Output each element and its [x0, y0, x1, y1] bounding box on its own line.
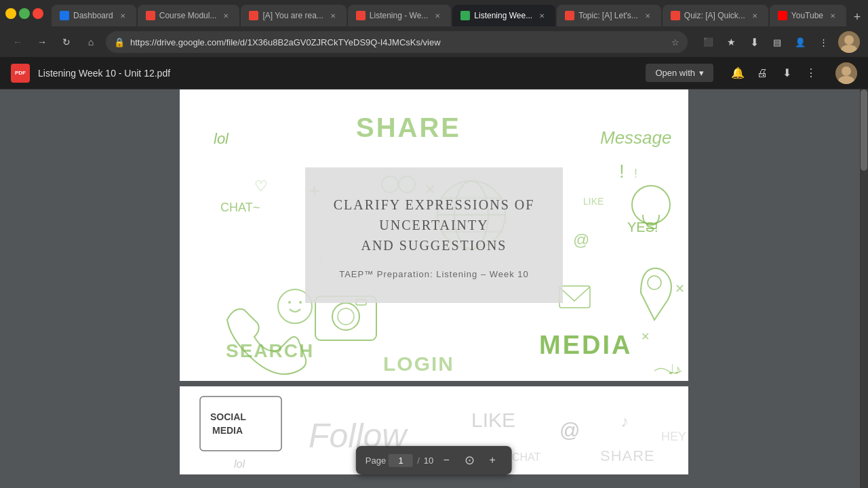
tab-favicon [356, 11, 366, 20]
youtube-favicon [778, 11, 787, 20]
download-drive-icon[interactable]: ⬇ [776, 62, 797, 84]
svg-text:MEDIA: MEDIA [212, 425, 243, 436]
svg-text:MEDIA: MEDIA [539, 331, 632, 359]
tab-topic[interactable]: Topic: [A] Let's... ✕ [557, 5, 661, 26]
pdf-page-1: lol SHARE Message YES! CHAT~ + ✕ [180, 89, 688, 381]
svg-text:!: ! [634, 167, 637, 180]
drive-toolbar: PDF Listening Week 10 - Unit 12.pdf Open… [0, 57, 868, 89]
url-bar[interactable]: 🔒 https://drive.google.com/file/d/1X36u8… [106, 31, 688, 53]
scrollbar-thumb[interactable] [861, 89, 867, 171]
svg-text:Message: Message [600, 127, 672, 148]
tab-close-dashboard[interactable]: ✕ [117, 10, 128, 21]
close-window-button[interactable] [33, 8, 43, 19]
svg-point-1 [844, 35, 854, 45]
pdf-main-title: CLARIFY EXPRESSIONS OF UNCERTAINTY AND S… [326, 195, 542, 256]
page-background: lol SHARE Message YES! CHAT~ + ✕ [180, 89, 688, 381]
document-title: Listening Week 10 - Unit 12.pdf [38, 68, 637, 79]
download-icon[interactable]: ⬇ [745, 33, 764, 52]
more-options-icon[interactable]: ⋮ [800, 62, 822, 84]
pdf-container: lol SHARE Message YES! CHAT~ + ✕ [0, 89, 868, 488]
settings-icon[interactable]: ⋮ [814, 33, 833, 52]
pdf-icon: PDF [11, 64, 30, 83]
tab-quiz[interactable]: Quiz: [A] Quick... ✕ [663, 5, 768, 26]
svg-text:✕: ✕ [675, 282, 685, 296]
tab-youare[interactable]: [A] You are rea... ✕ [241, 5, 346, 26]
pdf-viewer: lol SHARE Message YES! CHAT~ + ✕ [0, 89, 868, 488]
svg-text:lol: lol [234, 458, 245, 470]
print-icon[interactable]: 🖨 [751, 62, 773, 84]
page-number-input[interactable] [389, 454, 413, 467]
page-controls: Page / 10 − ⊙ + [356, 446, 512, 474]
browser-action-icons: ⬛ ★ ⬇ ▤ 👤 ⋮ [698, 33, 833, 52]
svg-text:LIKE: LIKE [471, 409, 515, 431]
svg-text:SEARCH: SEARCH [226, 340, 314, 361]
svg-point-4 [842, 66, 851, 76]
tab-youtube[interactable]: YouTube ✕ [770, 5, 846, 26]
svg-text:✕: ✕ [641, 331, 650, 342]
open-with-button[interactable]: Open with ▾ [646, 64, 713, 82]
lock-icon: 🔒 [114, 37, 125, 47]
svg-text:@: @ [573, 230, 589, 249]
forward-button[interactable]: → [33, 33, 52, 52]
svg-text:♩♪: ♩♪ [668, 362, 681, 377]
favorites-icon[interactable]: ★ [722, 33, 741, 52]
tab-favicon [460, 11, 470, 20]
svg-text:CHAT~: CHAT~ [220, 201, 260, 214]
svg-text:LIKE: LIKE [583, 196, 604, 207]
tab-close-listening-pdf[interactable]: ✕ [536, 10, 547, 21]
minimize-button[interactable] [5, 8, 16, 19]
tab-favicon [565, 11, 574, 20]
tab-close-quiz[interactable]: ✕ [749, 10, 760, 21]
drive-toolbar-icons: 🔔 🖨 ⬇ ⋮ [727, 62, 822, 84]
home-button[interactable]: ⌂ [81, 33, 100, 52]
tab-favicon [671, 11, 680, 20]
url-text: https://drive.google.com/file/d/1X36u8B2… [130, 37, 666, 47]
tab-favicon [60, 11, 69, 20]
tab-favicon [146, 11, 155, 20]
tabs-bar: Dashboard ✕ Course Modul... ✕ [A] You ar… [52, 1, 867, 26]
extensions-icon[interactable]: ⬛ [698, 33, 717, 52]
page-label: Page [366, 455, 386, 466]
sidebar-icon[interactable]: ▤ [768, 33, 787, 52]
zoom-reset-button[interactable]: ⊙ [459, 450, 479, 470]
tab-close-topic[interactable]: ✕ [642, 10, 653, 21]
svg-text:SOCIAL: SOCIAL [210, 411, 246, 422]
pdf-title-card: CLARIFY EXPRESSIONS OF UNCERTAINTY AND S… [305, 167, 563, 303]
navigation-bar: ← → ↻ ⌂ 🔒 https://drive.google.com/file/… [0, 27, 868, 57]
pdf-subtitle: TAEP™ Preparation: Listening – Week 10 [326, 269, 542, 279]
notifications-icon[interactable]: 🔔 [727, 62, 749, 84]
tab-favicon [249, 11, 258, 20]
svg-point-28 [288, 301, 291, 304]
chevron-down-icon: ▾ [699, 68, 704, 78]
tab-close-course[interactable]: ✕ [220, 10, 231, 21]
user-avatar[interactable] [838, 31, 860, 53]
svg-text:♡: ♡ [254, 178, 268, 195]
scrollbar[interactable] [860, 89, 868, 488]
svg-point-29 [299, 301, 302, 304]
svg-text:LOGIN: LOGIN [383, 352, 454, 375]
reload-button[interactable]: ↻ [57, 33, 76, 52]
new-tab-button[interactable]: + [848, 7, 867, 26]
tab-listening-we[interactable]: Listening - We... ✕ [348, 5, 451, 26]
svg-text:HEY: HEY [661, 430, 686, 443]
svg-text:!: ! [619, 161, 625, 182]
maximize-button[interactable] [19, 8, 30, 19]
tab-dashboard[interactable]: Dashboard ✕ [52, 5, 136, 26]
tab-close-listening-we[interactable]: ✕ [432, 10, 443, 21]
bookmark-star-icon: ☆ [671, 37, 679, 47]
zoom-in-button[interactable]: + [482, 450, 502, 470]
tab-close-youare[interactable]: ✕ [328, 10, 338, 21]
profile-icon[interactable]: 👤 [791, 33, 810, 52]
tab-close-youtube[interactable]: ✕ [827, 10, 838, 21]
drive-user-avatar[interactable] [835, 62, 857, 84]
svg-text:CHAT: CHAT [512, 451, 541, 463]
zoom-out-button[interactable]: − [436, 450, 456, 470]
tab-listening-pdf[interactable]: Listening Wee... ✕ [452, 5, 555, 26]
back-button[interactable]: ← [8, 33, 27, 52]
svg-text:SHARE: SHARE [600, 447, 655, 464]
tab-course-module[interactable]: Course Modul... ✕ [138, 5, 240, 26]
svg-text:lol: lol [214, 130, 229, 147]
page-separator: / [417, 455, 420, 466]
svg-text:♪: ♪ [620, 412, 629, 430]
svg-text:@: @ [559, 419, 580, 441]
